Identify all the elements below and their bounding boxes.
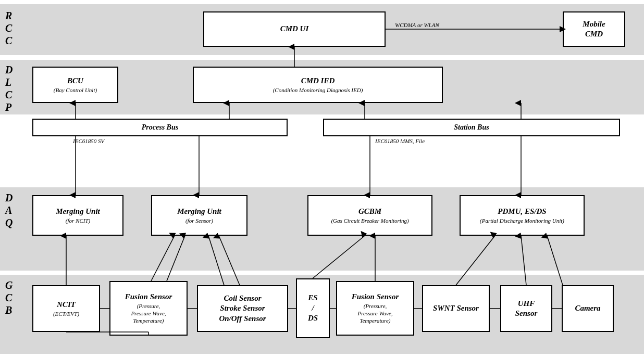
camera-label: Camera: [575, 303, 600, 314]
gcbm-sub: (Gas Circuit Breaker Monitoring): [331, 217, 408, 224]
uhf-sensor-box: UHF Sensor: [500, 285, 552, 332]
ncit-sub: (ECT/EVT): [53, 310, 79, 317]
coil-sensor-box: Coil Sensor Stroke Sensor On/Off Sensor: [197, 285, 288, 332]
camera-box: Camera: [562, 285, 614, 332]
pdmu-label: PDMU, ES/DS: [498, 207, 546, 217]
cmd-ui-label: CMD UI: [280, 24, 309, 34]
merging-unit-sensor-box: Merging Unit (for Sensor): [151, 195, 247, 236]
uhf-sensor-label: UHF Sensor: [515, 299, 538, 319]
merging-unit-ncit-box: Merging Unit (for NCIT): [32, 195, 123, 236]
fusion-sensor-1-box: Fusion Sensor (Pressure, Pressure Wave, …: [109, 281, 188, 336]
station-bus-bar: Station Bus: [323, 119, 620, 136]
merging-unit-sensor-label: Merging Unit: [177, 207, 221, 217]
fusion-sensor-2-label: Fusion Sensor: [352, 292, 399, 302]
es-ds-label: ES / DS: [308, 293, 318, 324]
fusion-sensor-1-label: Fusion Sensor: [125, 292, 172, 302]
iec61850-mms-label: IEC61850 MMS, File: [375, 138, 425, 144]
station-bus-label: Station Bus: [454, 123, 489, 132]
diagram: R C C D L C P D A Q G C B CMD UI Mobile …: [0, 0, 644, 358]
es-ds-box: ES / DS: [296, 278, 330, 338]
label-gcb: G C B: [5, 279, 13, 316]
ncit-box: NCIT (ECT/EVT): [32, 285, 100, 332]
gcbm-label: GCBM: [358, 207, 381, 217]
cmd-ui-box: CMD UI: [203, 11, 386, 47]
mobile-cmd-label: Mobile CMD: [583, 19, 605, 40]
fusion-sensor-1-sub: (Pressure, Pressure Wave, Temperature): [131, 302, 166, 325]
swnt-sensor-box: SWNT Sensor: [422, 285, 490, 332]
pdmu-sub: (Partial Discharge Monitoring Unit): [480, 217, 564, 224]
label-dlcp: D L C P: [5, 63, 13, 113]
bcu-box: BCU (Bay Control Unit): [32, 67, 118, 103]
merging-unit-ncit-sub: (for NCIT): [66, 217, 90, 224]
fusion-sensor-2-box: Fusion Sensor (Pressure, Pressure Wave, …: [336, 281, 414, 336]
swnt-sensor-label: SWNT Sensor: [433, 303, 479, 314]
gcbm-box: GCBM (Gas Circuit Breaker Monitoring): [307, 195, 432, 236]
cmd-ied-label: CMD IED: [301, 76, 335, 86]
coil-sensor-label: Coil Sensor Stroke Sensor On/Off Sensor: [219, 293, 266, 324]
process-bus-label: Process Bus: [142, 123, 178, 132]
fusion-sensor-2-sub: (Pressure, Pressure Wave, Temperature): [357, 302, 392, 325]
ncit-label: NCIT: [57, 300, 76, 310]
merging-unit-ncit-label: Merging Unit: [56, 207, 100, 217]
wireless-label: WCDMA or WLAN: [395, 22, 439, 28]
label-daq: D A Q: [5, 191, 13, 229]
iec61850-sv-label: IEC61850 SV: [73, 138, 104, 144]
pdmu-box: PDMU, ES/DS (Partial Discharge Monitorin…: [460, 195, 585, 236]
merging-unit-sensor-sub: (for Sensor): [185, 217, 213, 224]
label-rcc: R C C: [5, 9, 12, 47]
bcu-sub: (Bay Control Unit): [54, 86, 97, 94]
mobile-cmd-box: Mobile CMD: [563, 11, 625, 47]
cmd-ied-sub: (Condition Monitoring Diagnosis IED): [273, 86, 363, 94]
process-bus-bar: Process Bus: [32, 119, 288, 136]
bcu-label: BCU: [67, 76, 83, 86]
cmd-ied-box: CMD IED (Condition Monitoring Diagnosis …: [193, 67, 443, 103]
